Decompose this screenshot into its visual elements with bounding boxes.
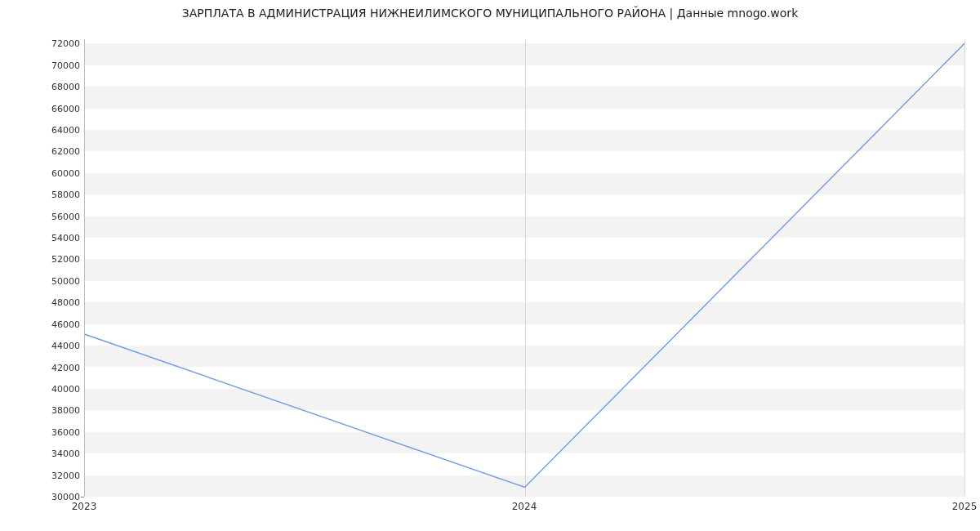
y-tick-label: 68000 [39,82,80,92]
y-tick-label: 46000 [39,319,80,329]
y-tick-label: 48000 [39,297,80,308]
y-tick-label: 60000 [39,167,80,178]
chart-title: ЗАРПЛАТА В АДМИНИСТРАЦИЯ НИЖНЕИЛИМСКОГО … [0,7,980,20]
y-tick-label: 58000 [39,190,80,200]
y-tick-label: 64000 [39,124,80,135]
x-tick-label: 2023 [72,501,97,512]
y-tick-label: 66000 [39,103,80,114]
line-series [85,39,964,496]
y-tick-label: 62000 [39,146,80,157]
y-axis-tick [81,497,84,498]
plot-area [84,39,964,497]
series-line [85,43,964,487]
y-tick-label: 70000 [39,60,80,70]
y-tick-label: 38000 [39,405,80,416]
y-tick-label: 36000 [39,426,80,437]
x-tick-label: 2024 [512,501,537,512]
y-tick-label: 32000 [39,470,80,480]
y-tick-label: 72000 [39,38,80,49]
grid-line-vertical [964,39,965,496]
y-tick-label: 34000 [39,448,80,459]
y-tick-label: 42000 [39,362,80,373]
y-tick-label: 52000 [39,254,80,265]
chart-container: ЗАРПЛАТА В АДМИНИСТРАЦИЯ НИЖНЕИЛИМСКОГО … [0,0,980,531]
y-tick-label: 44000 [39,341,80,351]
y-tick-label: 56000 [39,211,80,221]
y-tick-label: 50000 [39,275,80,286]
y-tick-label: 54000 [39,233,80,243]
y-tick-label: 40000 [39,383,80,394]
x-tick-label: 2025 [952,501,978,512]
